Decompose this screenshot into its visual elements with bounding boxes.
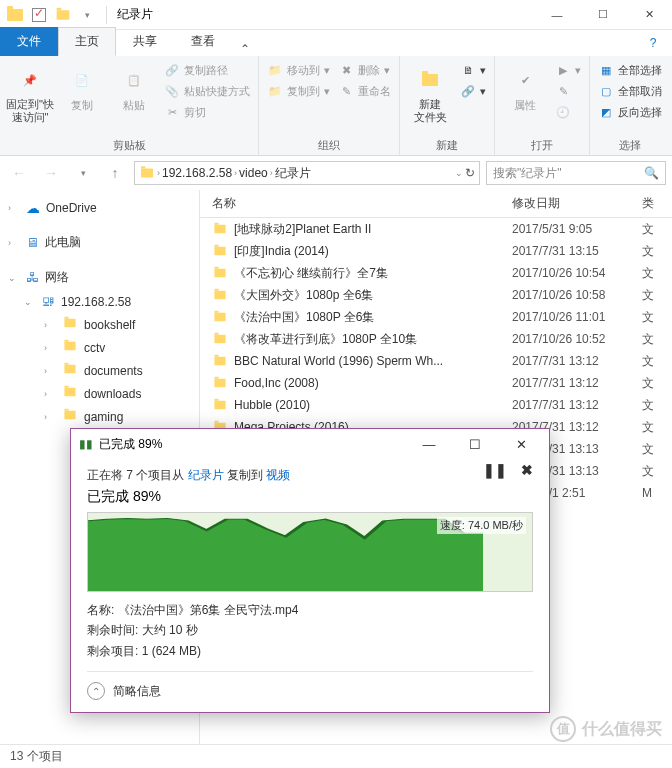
window-title: 纪录片 [111,6,534,23]
nav-share-item[interactable]: ›cctv [0,336,199,359]
group-select-label: 选择 [596,136,664,153]
dialog-minimize-button[interactable]: — [409,429,449,459]
recent-dropdown[interactable]: ▾ [70,160,96,186]
cut-button[interactable]: ✂剪切 [162,102,252,122]
crumb-ip[interactable]: 192.168.2.58 [162,166,232,180]
close-button[interactable]: ✕ [626,0,672,30]
selectnone-button[interactable]: ▢全部取消 [596,81,664,101]
edit-button[interactable]: ✎ [553,81,583,101]
copyto-button[interactable]: 📁复制到 ▾ [265,81,332,101]
nav-onedrive[interactable]: ›☁OneDrive [0,196,199,220]
nav-share-item[interactable]: ›bookshelf [0,313,199,336]
open-button[interactable]: ▶▾ [553,60,583,80]
table-row[interactable]: [印度]India (2014)2017/7/31 13:15文 [200,240,672,262]
history-button[interactable]: 🕘 [553,102,583,122]
newitem-button[interactable]: 🗎▾ [458,60,488,80]
maximize-button[interactable]: ☐ [580,0,626,30]
properties-label: 属性 [514,98,536,113]
invert-button[interactable]: ◩反向选择 [596,102,664,122]
table-row[interactable]: 《不忘初心 继续前行》全7集2017/10/26 10:54文 [200,262,672,284]
copypath-icon: 🔗 [164,62,180,78]
crumb-folder[interactable]: 纪录片 [275,165,311,182]
tab-view[interactable]: 查看 [174,27,232,56]
tab-file[interactable]: 文件 [0,27,58,56]
group-open-label: 打开 [501,136,583,153]
folder-icon [214,269,225,277]
nav-share-item[interactable]: ›gaming [0,405,199,428]
copyto-icon: 📁 [267,83,283,99]
dialog-maximize-button[interactable]: ☐ [455,429,495,459]
folder-icon [214,225,225,233]
titlebar: ▾ 纪录片 — ☐ ✕ [0,0,672,30]
dest-link[interactable]: 视频 [266,468,290,482]
collapse-ribbon-icon[interactable]: ⌃ [232,42,258,56]
nav-share-item[interactable]: ›downloads [0,382,199,405]
minimize-button[interactable]: — [534,0,580,30]
copy-button[interactable]: 📄 复制 [58,60,106,113]
breadcrumb-dropdown-icon[interactable]: ⌄ [455,168,463,178]
table-row[interactable]: 《法治中国》1080P 全6集2017/10/26 11:01文 [200,306,672,328]
nav-thispc[interactable]: ›🖥此电脑 [0,230,199,255]
group-organize-label: 组织 [265,136,393,153]
up-button[interactable]: ↑ [102,160,128,186]
time-remaining-row: 剩余时间: 大约 10 秒 [87,620,533,640]
cancel-button[interactable]: ✖ [521,462,533,478]
col-date[interactable]: 修改日期 [512,195,642,212]
table-row[interactable]: 《大国外交》1080p 全6集2017/10/26 10:58文 [200,284,672,306]
pin-button[interactable]: 📌 固定到"快 速访问" [6,60,54,124]
fewer-details-button[interactable]: ⌃ 简略信息 [87,671,533,700]
copy-icon: 📄 [66,64,98,96]
properties-button[interactable]: ✔ 属性 [501,60,549,113]
tab-share[interactable]: 共享 [116,27,174,56]
share-folder-icon [62,363,78,378]
table-row[interactable]: 《将改革进行到底》1080P 全10集2017/10/26 10:52文 [200,328,672,350]
open-icon: ▶ [555,62,571,78]
copy-path-button[interactable]: 🔗复制路径 [162,60,252,80]
search-input[interactable]: 搜索"纪录片" 🔍 [486,161,666,185]
crumb-video[interactable]: video [239,166,268,180]
paste-shortcut-button[interactable]: 📎粘贴快捷方式 [162,81,252,101]
folder-icon [214,357,225,365]
folder-icon [214,313,225,321]
table-row[interactable]: Food,Inc (2008)2017/7/31 13:12文 [200,372,672,394]
paste-button[interactable]: 📋 粘贴 [110,60,158,113]
moveto-button[interactable]: 📁移动到 ▾ [265,60,332,80]
nav-ip[interactable]: ⌄🖳192.168.2.58 [0,290,199,313]
speed-graph: 速度: 74.0 MB/秒 [87,512,533,592]
selectnone-icon: ▢ [598,83,614,99]
easyaccess-button[interactable]: 🔗▾ [458,81,488,101]
status-bar: 13 个项目 [0,744,672,768]
newfolder-button[interactable]: 新建 文件夹 [406,60,454,124]
newitem-icon: 🗎 [460,62,476,78]
watermark: 值什么值得买 [550,716,662,742]
newfolder-icon [414,64,446,96]
qat-properties-icon[interactable] [28,4,50,26]
group-new-label: 新建 [406,136,488,153]
table-row[interactable]: BBC Natural World (1996) Sperm Wh...2017… [200,350,672,372]
rename-button[interactable]: ✎重命名 [336,81,393,101]
tab-home[interactable]: 主页 [58,27,116,56]
properties-icon: ✔ [509,64,541,96]
qat-newfolder-icon[interactable] [52,4,74,26]
refresh-button[interactable]: ↻ [465,166,475,180]
chevron-up-icon: ⌃ [87,682,105,700]
back-button[interactable]: ← [6,160,32,186]
nav-network[interactable]: ⌄🖧网络 [0,265,199,290]
dialog-close-button[interactable]: ✕ [501,429,541,459]
ribbon-tabs: 文件 主页 共享 查看 ⌃ ? [0,30,672,56]
breadcrumb[interactable]: › 192.168.2.58 › video › 纪录片 ⌄ ↻ [134,161,480,185]
pause-button[interactable]: ❚❚ [483,462,507,478]
nav-share-item[interactable]: ›documents [0,359,199,382]
selectall-button[interactable]: ▦全部选择 [596,60,664,80]
pin-label: 固定到"快 速访问" [6,98,54,124]
col-type[interactable]: 类 [642,195,672,212]
table-row[interactable]: Hubble (2010)2017/7/31 13:12文 [200,394,672,416]
qat-dropdown-icon[interactable]: ▾ [76,4,98,26]
source-link[interactable]: 纪录片 [188,468,224,482]
help-icon[interactable]: ? [640,30,666,56]
col-name[interactable]: 名称 [200,195,512,212]
forward-button[interactable]: → [38,160,64,186]
delete-button[interactable]: ✖删除 ▾ [336,60,393,80]
column-headers: 名称 修改日期 类 [200,190,672,218]
table-row[interactable]: [地球脉动2]Planet Earth II2017/5/31 9:05文 [200,218,672,240]
